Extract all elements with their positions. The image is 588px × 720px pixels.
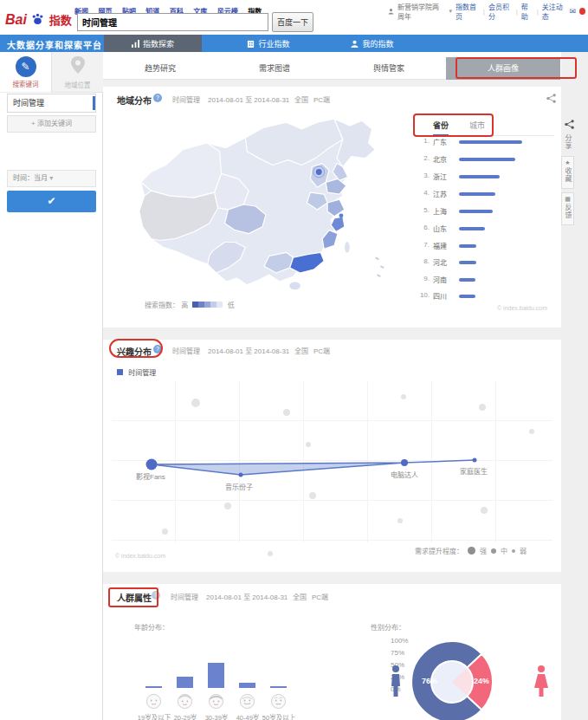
rank-row[interactable]: 5.上海 (416, 206, 554, 218)
rank-row[interactable]: 10.四川 (416, 291, 554, 303)
age-bar-track (208, 639, 224, 688)
rank-num: 8. (417, 257, 430, 265)
persona-title: 人群属性 (117, 591, 152, 604)
meta-platform: PC端 (313, 94, 330, 104)
rank-bar-track (459, 158, 522, 161)
rank-row[interactable]: 3.浙江 (416, 172, 554, 184)
help-icon[interactable]: ? (152, 591, 160, 600)
top-right-link[interactable]: 关注动态 (542, 2, 566, 21)
rank-tabs: 省份 城市 (416, 115, 554, 136)
rank-row[interactable]: 1.广东 (416, 137, 554, 149)
keyword-item[interactable]: 时间管理 (7, 94, 96, 113)
sidebar-tab-keyword[interactable]: ✎ 搜索键词 (0, 52, 51, 93)
banner-tab-industry[interactable]: 行业指数 (221, 35, 316, 52)
logo-suffix: 指数 (49, 14, 72, 27)
rank-bar (459, 244, 476, 248)
help-icon[interactable]: ? (153, 94, 162, 102)
rank-bar (459, 278, 475, 282)
legend-prefix: 搜索指数： (145, 302, 179, 309)
rank-name: 浙江 (433, 172, 447, 181)
rank-num: 7. (417, 241, 430, 249)
point-label: 音乐份子 (225, 482, 253, 491)
divider (103, 80, 561, 87)
rank-row[interactable]: 8.河北 (416, 257, 554, 269)
tab-demand[interactable]: 需求图谱 (217, 57, 332, 80)
banner-tab-mine[interactable]: 我的指数 (325, 35, 420, 52)
divider: | (483, 8, 485, 16)
rank-row[interactable]: 6.山东 (416, 224, 554, 236)
series-legend: 时间管理 (117, 367, 156, 377)
rank-row[interactable]: 2.北京 (416, 154, 554, 166)
tab-sentiment[interactable]: 舆情管家 (332, 57, 446, 80)
add-keyword-button[interactable]: + 添加关键词 (7, 115, 96, 133)
beijing-marker (316, 169, 322, 175)
strong-label: 强 (480, 546, 487, 555)
south-sea-islands (375, 257, 384, 276)
interest-card: 兴趣分布 ? 时间管理 2014-08-01 至 2014-08-31 全国 P… (103, 340, 561, 572)
rank-name: 河南 (433, 275, 447, 284)
rank-row[interactable]: 4.江苏 (416, 189, 554, 201)
gender-chart[interactable]: 76% 24% (389, 632, 553, 720)
search-input[interactable] (77, 13, 268, 31)
age-bar (145, 686, 162, 688)
legend-swatch (210, 302, 216, 308)
china-map[interactable] (119, 113, 410, 296)
legend-swatch (204, 302, 210, 308)
rank-bar (459, 227, 485, 230)
help-icon[interactable]: ? (153, 345, 162, 354)
search-button[interactable]: 百度一下 (272, 12, 313, 32)
share-icon[interactable] (546, 94, 556, 103)
tab-trend[interactable]: 趋势研究 (103, 57, 217, 80)
favorite-label: 收藏 (563, 167, 572, 183)
legend-swatch (117, 369, 123, 375)
divider (103, 572, 561, 584)
feedback-label: 反馈 (563, 204, 572, 219)
trend-icon (132, 40, 139, 48)
confirm-button[interactable]: ✔ (7, 191, 96, 212)
age-category: 50岁及以上 (260, 712, 298, 720)
user-menu[interactable]: 新营销学院两周年 (397, 2, 446, 21)
time-filter[interactable]: 时间：当月 ▾ (7, 170, 96, 187)
age-bar (239, 683, 255, 688)
banner-tab-explore[interactable]: 指数探索 (104, 35, 202, 52)
rank-bar-track (459, 192, 522, 196)
top-right-link[interactable]: 指数首页 (456, 2, 480, 21)
tab-persona[interactable]: 人群画像 (446, 57, 560, 80)
mail-icon[interactable]: ✉ (570, 7, 577, 16)
share-button[interactable]: 分享 (561, 132, 574, 152)
notice-icon[interactable] (579, 8, 585, 15)
age-bar-track (177, 639, 193, 688)
divider: | (516, 8, 518, 16)
rank-bar (459, 261, 476, 264)
interest-chart[interactable]: 影视Fans 音乐份子 电脑达人 家庭医生 (112, 381, 552, 542)
platform-title: 大数据分享和探索平台 (7, 38, 102, 51)
feedback-button[interactable]: ▦反馈 (561, 192, 574, 225)
person-icon (351, 40, 359, 48)
rank-num: 4. (417, 189, 430, 197)
rank-name: 山东 (433, 224, 447, 233)
age-face-icon (270, 693, 287, 710)
share-icon[interactable] (565, 120, 574, 129)
sidebar-tab-region[interactable]: 地域位置 (51, 52, 103, 93)
gender-title: 性别分布： (371, 622, 405, 632)
rank-name: 上海 (433, 206, 447, 216)
right-gutter (561, 52, 588, 720)
interest-series (112, 381, 552, 542)
top-right-link[interactable]: 会员积分 (488, 2, 513, 21)
rank-bar (459, 158, 515, 161)
meta-daterange: 2014-08-01 至 2014-08-31 (208, 94, 289, 104)
baidu-index-logo[interactable]: Bai 指数 (5, 11, 74, 34)
banner-tab-label: 我的指数 (362, 38, 393, 49)
top-right-link[interactable]: 帮助 (521, 2, 533, 21)
banner: 大数据分享和探索平台 指数探索 行业指数 我的指数 (0, 35, 588, 52)
female-pct: 24% (474, 677, 489, 685)
age-face-icon (145, 693, 162, 710)
rank-num: 5. (417, 206, 430, 214)
age-chart[interactable]: 100% 75% 50% 25% 0% 19岁及以下 20-29岁 30-39岁… (103, 639, 415, 720)
tab-city[interactable]: 城市 (469, 120, 485, 131)
tab-province[interactable]: 省份 (433, 120, 449, 136)
rank-row[interactable]: 7.福建 (416, 241, 554, 253)
favorite-button[interactable]: ★收藏 (561, 156, 574, 189)
rank-row[interactable]: 9.河南 (416, 275, 554, 287)
rank-bar (459, 192, 495, 196)
